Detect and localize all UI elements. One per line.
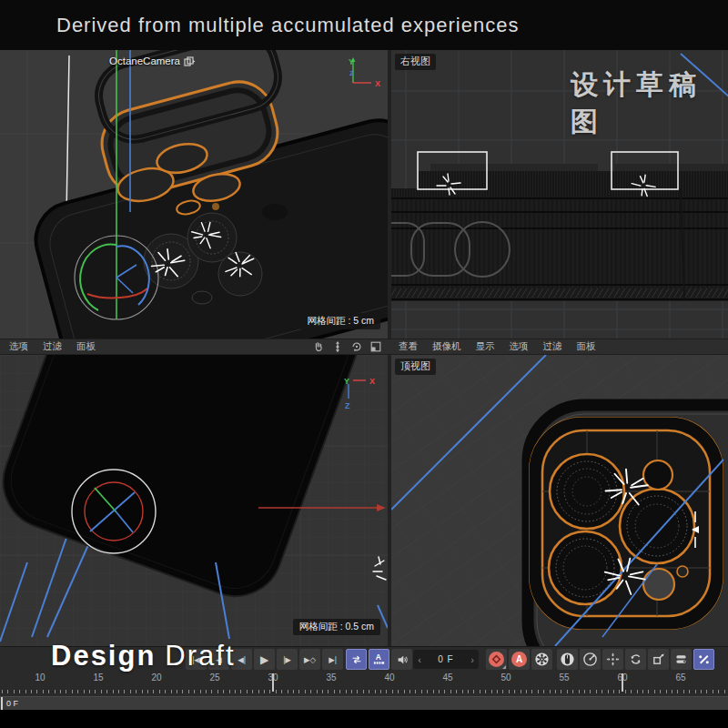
maximize-viewport-icon[interactable] xyxy=(369,340,382,353)
menu-filter-right[interactable]: 过滤 xyxy=(543,340,562,353)
keying-group: A xyxy=(486,649,552,670)
major-tick-30 xyxy=(272,673,274,692)
range-a-icon: A xyxy=(372,652,386,666)
position-crosshair-icon xyxy=(606,652,620,666)
record-parameter-button[interactable] xyxy=(671,649,692,670)
play-button[interactable]: ▶ xyxy=(254,649,275,670)
viewport-title-top: 顶视图 xyxy=(395,359,436,375)
svg-text:X: X xyxy=(375,79,380,88)
keyframe-selection-button[interactable] xyxy=(557,649,578,670)
menu-options-right[interactable]: 选项 xyxy=(510,340,529,353)
frame-decrement-arrow[interactable]: ‹ xyxy=(413,654,426,665)
keyframe-settings-button[interactable] xyxy=(531,649,552,670)
ruler-tick-label: 20 xyxy=(151,672,161,682)
record-position-button[interactable] xyxy=(602,649,623,670)
grid-spacing-label-back: 网格间距 : 0.5 cm xyxy=(293,619,380,635)
menubar-right: 查看 摄像机 显示 选项 过滤 面板 xyxy=(389,339,728,354)
viewport-back[interactable]: Y X Z 网格间距 : 0.5 cm xyxy=(0,355,388,646)
svg-text:Z: Z xyxy=(349,69,354,77)
banner-title: Derived from multiple accumulated experi… xyxy=(56,14,519,37)
viewport-menubar: 选项 过滤 面板 查看 摄像机 显示 选项 xyxy=(0,339,728,355)
playhead-marker[interactable] xyxy=(1,697,3,710)
svg-text:X: X xyxy=(369,377,375,386)
keyframe-diamond-icon xyxy=(491,654,501,664)
menu-panel-right[interactable]: 面板 xyxy=(577,340,596,353)
major-tick-60 xyxy=(622,673,623,692)
selection-filter-icon xyxy=(560,652,575,667)
layers-icon xyxy=(674,652,688,666)
speaker-icon xyxy=(396,653,409,666)
viewport-top-view[interactable]: 顶视图 xyxy=(391,355,728,646)
menu-view[interactable]: 查看 xyxy=(399,340,418,353)
grid-spacing-label: 网格间距 : 5 cm xyxy=(300,313,380,329)
menu-options-left[interactable]: 选项 xyxy=(9,340,28,353)
back-view-art xyxy=(0,355,388,646)
record-rotation-button[interactable] xyxy=(625,649,646,670)
menu-panel-left[interactable]: 面板 xyxy=(76,340,96,353)
svg-text:Y: Y xyxy=(349,57,354,66)
record-channel-group xyxy=(602,649,714,670)
ruler-tick-label: 15 xyxy=(93,672,103,682)
viewport-title: 右视图 xyxy=(395,54,436,70)
top-banner: Derived from multiple accumulated experi… xyxy=(0,0,728,50)
svg-text:Z: Z xyxy=(345,401,350,410)
ruler-tick-label: 40 xyxy=(384,672,394,682)
frame-increment-arrow[interactable]: › xyxy=(466,654,479,665)
bottom-black-bar xyxy=(0,710,728,728)
axis-gizmo-perspective: Y Z X xyxy=(344,54,386,96)
sound-group xyxy=(391,649,412,670)
rotation-interpolation-button[interactable] xyxy=(580,649,601,670)
camera-link-icon xyxy=(184,56,196,66)
viewport-divider-top[interactable] xyxy=(388,50,391,339)
perspective-art xyxy=(0,50,388,339)
play-range-button[interactable]: A xyxy=(369,649,389,670)
ruler-tick-label: 35 xyxy=(326,672,336,682)
current-frame-label: 0 F xyxy=(6,699,18,708)
move-vertical-icon[interactable] xyxy=(331,340,344,353)
top-view-art xyxy=(391,355,728,646)
pan-hand-icon[interactable] xyxy=(312,340,325,353)
viewport-perspective[interactable]: OctaneCamera Y Z X 网格间距 : 5 cm xyxy=(0,50,388,339)
menubar-left: 选项 过滤 面板 xyxy=(0,339,389,354)
design-draft-watermark: DesignDraft xyxy=(51,640,236,672)
svg-text:A: A xyxy=(376,652,381,662)
goto-end-button[interactable]: ▶| xyxy=(322,649,343,670)
axis-gizmo-back: Y X Z xyxy=(342,375,384,417)
rotation-arrows-icon xyxy=(629,652,642,666)
scale-box-icon xyxy=(652,652,665,666)
dial-icon xyxy=(582,652,598,667)
gear-icon xyxy=(534,652,550,667)
ruler-tick-label: 10 xyxy=(35,672,45,682)
loop-icon xyxy=(350,653,363,666)
playback-mode-group: A xyxy=(346,649,389,670)
autokey-a-icon: A xyxy=(511,652,527,667)
record-keyframe-button[interactable] xyxy=(486,649,507,670)
play-sound-button[interactable] xyxy=(391,649,412,670)
next-key-button[interactable]: ▶◇ xyxy=(299,649,320,670)
menu-filter-left[interactable]: 过滤 xyxy=(43,340,62,353)
menu-display[interactable]: 显示 xyxy=(476,340,495,353)
design-sketch-watermark: 设计草稿图 xyxy=(571,66,728,141)
ruler-tick-label: 25 xyxy=(209,672,219,682)
current-frame-field[interactable]: ‹ 0 F › xyxy=(413,650,479,669)
pla-slash-icon xyxy=(697,652,711,666)
frame-value: 0 F xyxy=(426,654,466,664)
timeline-tickrow[interactable] xyxy=(0,685,728,696)
ruler-tick-label: 55 xyxy=(559,672,569,682)
menu-camera[interactable]: 摄像机 xyxy=(432,340,461,353)
viewport-right-view[interactable]: 右视图 设计草稿图 xyxy=(391,50,728,339)
ruler-tick-label: 50 xyxy=(500,672,511,682)
record-pla-button[interactable] xyxy=(693,649,714,670)
ruler-tick-label: 45 xyxy=(442,672,452,682)
camera-label[interactable]: OctaneCamera xyxy=(109,56,196,66)
autokey-button[interactable]: A xyxy=(509,649,530,670)
timeline-ruler[interactable]: 10 15 20 25 30 35 40 45 50 55 60 65 xyxy=(0,672,728,685)
keyframe-filter-group xyxy=(557,649,601,670)
ruler-tick-label: 65 xyxy=(675,672,685,682)
next-frame-button[interactable]: |▶ xyxy=(277,649,298,670)
loop-playback-button[interactable] xyxy=(346,649,367,670)
svg-text:Y: Y xyxy=(344,377,349,386)
frame-strip[interactable]: 0 F xyxy=(0,696,728,710)
rotate-view-icon[interactable] xyxy=(350,340,363,353)
record-scale-button[interactable] xyxy=(648,649,669,670)
